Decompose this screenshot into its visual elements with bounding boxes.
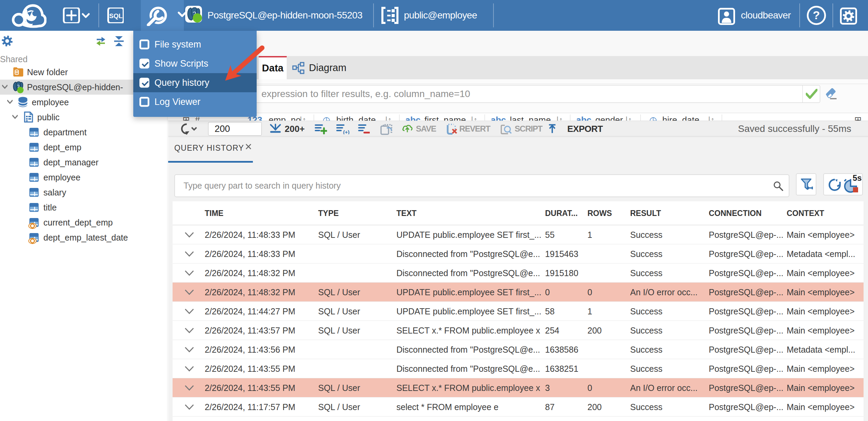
svg-text:?: ? [813,9,820,22]
svg-text:(+): (+) [343,129,350,134]
svg-text:SQL: SQL [109,12,122,19]
